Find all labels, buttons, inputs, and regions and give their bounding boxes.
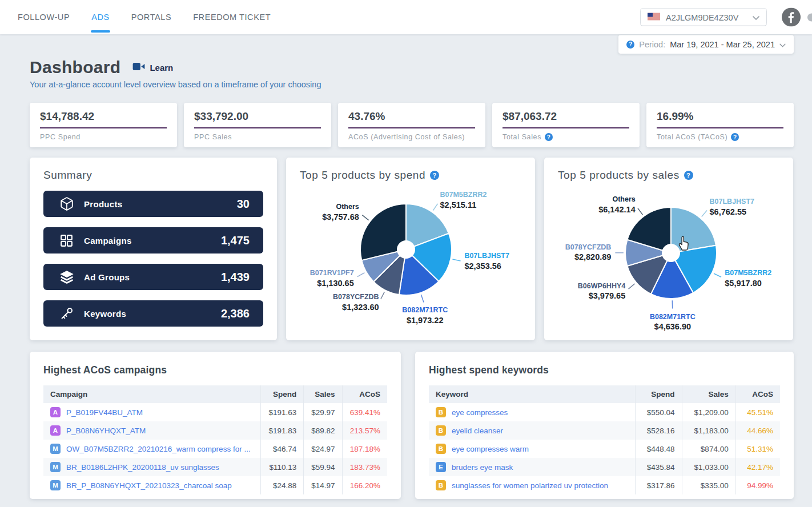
page-subtitle: Your at-a-glance account level overview … <box>30 80 794 92</box>
acos-cell: 51.31% <box>735 440 780 458</box>
row-link[interactable]: BR_P_B08N6YHQXT_20210323_charcoal soap <box>66 481 232 490</box>
nav-item-follow-up[interactable]: FOLLOW-UP <box>7 0 81 34</box>
help-icon: ? <box>626 41 634 49</box>
account-id: A2JLGM9DE4Z30V <box>666 13 747 22</box>
pie-label-B07LBJHST7: B07LBJHST7$6,762.55 <box>710 198 755 217</box>
summary-panel: Summary Products 30 Campaigns 1,475 Ad G… <box>30 158 277 340</box>
summary-title: Summary <box>43 169 263 182</box>
learn-label: Learn <box>150 63 173 73</box>
acos-cell: 166.20% <box>342 476 387 494</box>
type-badge: B <box>436 444 446 454</box>
stat-cards-row: $14,788.42 PPC Spend $33,792.00 PPC Sale… <box>30 103 794 147</box>
summary-row-label: Products <box>84 199 237 209</box>
type-badge: M <box>50 480 61 490</box>
acos-cell: 213.57% <box>342 421 387 440</box>
period-selector[interactable]: ? Period: Mar 19, 2021 - Mar 25, 2021 <box>618 35 794 54</box>
type-badge: A <box>50 425 61 436</box>
highest-spend-keywords-panel: Highest spend keywords KeywordSpendSales… <box>415 352 794 499</box>
summary-rows: Products 30 Campaigns 1,475 Ad Groups 1,… <box>43 191 263 327</box>
stat-label: PPC Spend <box>40 133 167 141</box>
stat-value: 16.99% <box>657 110 783 128</box>
summary-row-campaigns[interactable]: Campaigns 1,475 <box>43 227 263 254</box>
column-header-sales: Sales <box>304 385 342 403</box>
stat-card: $14,788.42 PPC Spend <box>30 103 177 147</box>
help-icon[interactable]: ? <box>430 171 439 180</box>
acos-cell: 639.41% <box>342 403 387 421</box>
mouse-cursor <box>676 235 690 254</box>
period-label: Period: <box>639 40 665 49</box>
spend-chart-title: Top 5 products by spend <box>300 169 425 182</box>
summary-row-products[interactable]: Products 30 <box>43 191 263 217</box>
stat-value: $87,063.72 <box>503 110 629 128</box>
spend-pie-chart: B07M5BZRR2$2,515.11B07LBJHST7$2,353.56B0… <box>286 182 535 330</box>
key-icon <box>59 306 75 321</box>
row-link[interactable]: eye compresses warm <box>452 445 529 453</box>
facebook-icon[interactable] <box>782 8 801 27</box>
table-row: MOW_B07M5BZRR2_20210216_warm compress fo… <box>43 440 387 458</box>
row-link[interactable]: bruders eye mask <box>452 463 513 472</box>
tables-row: Highest ACoS campaigns CampaignSpendSale… <box>30 352 794 499</box>
spend-cell: $191.83 <box>261 421 304 440</box>
column-header-acos: ACoS <box>342 385 387 403</box>
summary-row-ad-groups[interactable]: Ad Groups 1,439 <box>43 264 263 290</box>
spend-cell: $110.13 <box>261 458 304 476</box>
page-header: Dashboard Learn <box>30 56 794 79</box>
nav-item-portals[interactable]: PORTALS <box>120 0 182 34</box>
middle-row: Summary Products 30 Campaigns 1,475 Ad G… <box>30 158 794 340</box>
nav-item-freedom-ticket[interactable]: FREEDOM TICKET <box>182 0 282 34</box>
row-link[interactable]: OW_B07M5BZRR2_20210216_warm compress for… <box>66 445 251 453</box>
row-link[interactable]: eyelid cleanser <box>452 426 503 435</box>
table-row: Bsunglasses for women polarized uv prote… <box>429 476 780 494</box>
summary-row-value: 1,475 <box>221 234 250 247</box>
type-badge: B <box>436 425 446 436</box>
label-leader-line <box>638 208 643 215</box>
sales-cell: $14.97 <box>304 476 342 494</box>
acos-cell: 187.18% <box>342 440 387 458</box>
column-header-keyword: Keyword <box>429 385 635 403</box>
row-link[interactable]: P_B08N6YHQXT_ATM <box>66 426 146 435</box>
chevron-down-icon <box>779 39 786 50</box>
table-row: Ebruders eye mask $435.84 $1,033.00 42.1… <box>429 458 780 476</box>
pie-label-B078YCFZDB: B078YCFZDB$2,820.89 <box>565 243 612 263</box>
cube-icon <box>59 196 75 212</box>
row-link[interactable]: BR_B0186L2HPK_20200118_uv sunglasses <box>66 463 219 472</box>
column-header-sales: Sales <box>682 385 735 403</box>
acos-cell: 183.73% <box>342 458 387 476</box>
keywords-table-title: Highest spend keywords <box>429 364 780 376</box>
learn-button[interactable]: Learn <box>132 62 173 74</box>
label-leader-line <box>714 273 721 277</box>
summary-row-label: Ad Groups <box>84 272 221 282</box>
spend-cell: $448.48 <box>635 440 682 458</box>
stat-value: 43.76% <box>348 110 475 128</box>
spend-cell: $24.88 <box>261 476 304 494</box>
label-leader-line <box>421 295 424 303</box>
stat-label: Total Sales? <box>503 133 629 141</box>
label-leader-line <box>452 259 460 261</box>
stat-card: 43.76% ACoS (Advertising Cost of Sales) <box>338 103 485 147</box>
type-badge: M <box>50 462 61 472</box>
summary-row-keywords[interactable]: Keywords 2,386 <box>43 300 263 327</box>
topbar-right: A2JLGM9DE4Z30V <box>640 8 801 27</box>
row-link[interactable]: P_B019FV44BU_ATM <box>66 408 143 417</box>
sales-cell: $1,209.00 <box>682 403 735 421</box>
help-icon[interactable]: ? <box>731 133 739 141</box>
help-icon[interactable]: ? <box>684 171 693 180</box>
pie-label-B082M71RTC: B082M71RTC$1,973.22 <box>402 306 448 325</box>
help-icon[interactable]: ? <box>545 133 553 141</box>
period-value: Mar 19, 2021 - Mar 25, 2021 <box>670 40 775 49</box>
spend-cell: $528.16 <box>635 421 682 440</box>
stat-card: $87,063.72 Total Sales? <box>492 103 640 147</box>
stat-value: $14,788.42 <box>40 110 167 128</box>
acos-cell: 42.17% <box>735 458 780 476</box>
stat-value: $33,792.00 <box>194 110 321 128</box>
row-link[interactable]: sunglasses for women polarized uv protec… <box>452 481 608 490</box>
table-row: AP_B019FV44BU_ATM $191.63 $29.97 639.41% <box>43 403 387 421</box>
row-link[interactable]: eye compresses <box>452 408 508 417</box>
pie-label-B078YCFZDB: B078YCFZDB$1,323.60 <box>333 293 379 312</box>
keywords-table: KeywordSpendSalesACoS Beye compresses $5… <box>429 385 780 494</box>
nav-item-ads[interactable]: ADS <box>81 0 120 34</box>
account-selector[interactable]: A2JLGM9DE4Z30V <box>640 9 767 26</box>
grid-icon <box>59 233 75 248</box>
spend-cell: $435.84 <box>635 458 682 476</box>
donut-hole <box>397 240 415 259</box>
